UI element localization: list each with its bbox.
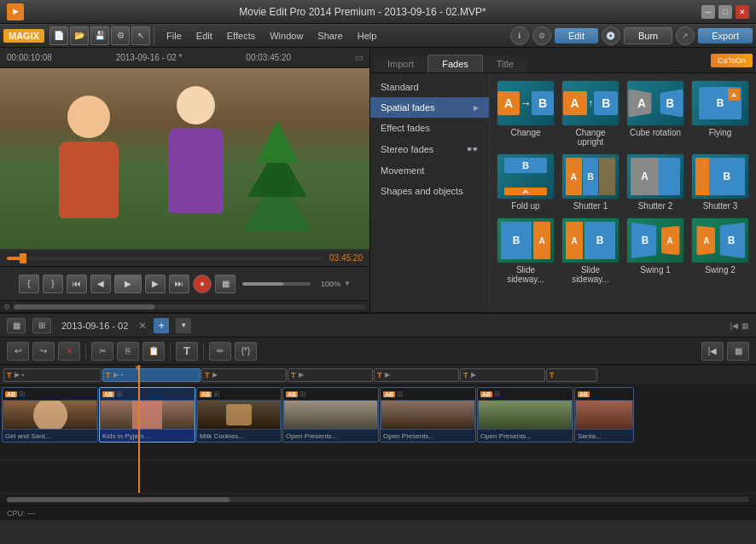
play-button[interactable]: ▶ — [114, 275, 142, 293]
effect-shutter2[interactable]: B A Shutter 2 — [626, 153, 684, 211]
effect-swing2[interactable]: A B Swing 2 — [691, 217, 749, 284]
tracks-container: T ▶ ▪ T ▶ ▪ T ▶ — [0, 365, 756, 460]
effect-slide-sideway1[interactable]: B A Slide sideway... — [497, 217, 555, 284]
prev-frame-button[interactable]: ◀ — [90, 275, 111, 293]
timeline-scrollbar[interactable] — [0, 493, 756, 505]
tab-fades[interactable]: Fades — [427, 55, 483, 72]
settings-circle-icon[interactable]: ⚙ — [532, 26, 551, 45]
effect-change-upright[interactable]: A ↑ B Change upright — [561, 80, 619, 147]
volume-control[interactable] — [242, 282, 311, 286]
menu-effects[interactable]: Effects — [220, 28, 262, 43]
effects-menu-shapes[interactable]: Shapes and objects — [370, 181, 489, 201]
effects-menu-effect[interactable]: Effect fades — [370, 118, 489, 138]
mark-in-button[interactable]: { — [19, 275, 39, 293]
tl-counter-btn[interactable]: ▦ — [727, 342, 749, 361]
title-clip-2[interactable]: T ▶ ▪ — [102, 368, 201, 382]
video-clip-4[interactable]: AB ⊞ Open Presents... — [282, 387, 379, 443]
cursor-icon[interactable]: ↖ — [131, 26, 150, 45]
title-clip-6[interactable]: T ▶ — [460, 368, 545, 382]
timeline-close-icon[interactable]: ✕ — [138, 320, 147, 332]
effect-fold-up[interactable]: B A Fold up — [497, 153, 555, 211]
effect-slide-sideway2-label: Slide sideway... — [561, 265, 619, 284]
timeline-tracks[interactable]: T ▶ ▪ T ▶ ▪ T ▶ — [0, 365, 756, 493]
tl-skip-start-btn[interactable]: |◀ — [701, 342, 724, 361]
video-clip-7[interactable]: AB Santa... — [574, 387, 634, 443]
preview-timeline-bar[interactable]: 03:45:20 — [0, 249, 369, 266]
mark-out-button[interactable]: } — [43, 275, 63, 293]
effects-menu-standard[interactable]: Standard — [370, 77, 489, 97]
title-clip-3[interactable]: T ▶ — [201, 368, 287, 382]
title-clip-1[interactable]: T ▶ ▪ — [3, 368, 102, 382]
export-button[interactable]: Export — [698, 28, 753, 43]
tab-title[interactable]: Title — [483, 55, 527, 72]
video-clip-2[interactable]: AB ⊞ Kids in Pyjam... — [99, 387, 195, 443]
text-button[interactable]: T — [176, 342, 198, 361]
next-frame-button[interactable]: ▶ — [145, 275, 166, 293]
settings-small-icon[interactable]: ⚙ — [3, 303, 10, 311]
save-icon[interactable]: 💾 — [90, 26, 109, 45]
open-icon[interactable]: 📂 — [70, 26, 89, 45]
video-clip-5[interactable]: AB ⊞ Open Presents... — [380, 387, 476, 443]
timeline-view-icon[interactable]: ▦ — [7, 318, 26, 333]
preview-maximize-icon[interactable]: ▭ — [355, 53, 363, 62]
effects-menu-movement[interactable]: Movement — [370, 160, 489, 181]
magix-logo: MAGIX — [3, 29, 44, 43]
more-controls-button[interactable]: ▦ — [215, 275, 236, 293]
video-clip-6[interactable]: AB ⊞ Open Presents... — [477, 387, 573, 443]
video-clip-1[interactable]: AB ⊞ Girl and Sant... — [2, 387, 98, 443]
menu-window[interactable]: Window — [263, 28, 310, 43]
tab-cartoon[interactable]: CaToOn — [711, 54, 753, 67]
step-forward-button[interactable]: ⏭ — [169, 275, 189, 293]
title-clip-4[interactable]: T ▶ — [288, 368, 373, 382]
cpu-status: CPU: — — [7, 509, 35, 518]
effect-fold-up-label: Fold up — [511, 201, 539, 211]
info-icon[interactable]: ℹ — [510, 26, 529, 45]
video-clip-3[interactable]: AB ⊞ Milk Cookies... — [196, 387, 282, 443]
effects-menu-stereo[interactable]: Stereo fades 👓 — [370, 138, 489, 160]
effect-slide-sideway2[interactable]: A B Slide sideway... — [561, 217, 619, 284]
effects-tabs: Import Fades Title CaToOn — [370, 48, 756, 73]
delete-button[interactable]: ✕ — [58, 342, 80, 361]
new-icon[interactable]: 📄 — [49, 26, 68, 45]
menu-help[interactable]: Help — [351, 28, 384, 43]
copy-button[interactable]: ⎘ — [117, 342, 139, 361]
effect-flying[interactable]: B A Flying — [691, 80, 749, 147]
export-logo-icon: ↗ — [676, 26, 695, 45]
timeline-storyboard-icon[interactable]: ⊞ — [32, 318, 51, 333]
step-back-button[interactable]: ⏮ — [67, 275, 87, 293]
brush-button[interactable]: ✏ — [209, 342, 231, 361]
effects-button[interactable]: {*} — [235, 342, 257, 361]
menu-edit[interactable]: Edit — [189, 28, 219, 43]
menu-file[interactable]: File — [160, 28, 189, 43]
status-bar: CPU: — — [0, 505, 756, 520]
settings-icon[interactable]: ⚙ — [111, 26, 130, 45]
maximize-button[interactable]: □ — [718, 5, 732, 19]
effect-change[interactable]: A → B Change — [497, 80, 555, 147]
timeline-skip-start-icon[interactable]: |◀ — [730, 321, 738, 330]
menu-share[interactable]: Share — [311, 28, 349, 43]
title-clip-5[interactable]: T ▶ — [374, 368, 459, 382]
tab-import[interactable]: Import — [374, 55, 427, 72]
timeline-settings-icon[interactable]: ▦ — [741, 321, 749, 330]
effect-shutter1[interactable]: A B Shutter 1 — [561, 153, 619, 211]
record-button[interactable]: ● — [193, 275, 212, 293]
edit-mode-button[interactable]: Edit — [555, 28, 598, 43]
minimize-button[interactable]: ─ — [701, 5, 715, 19]
timeline-dropdown-button[interactable]: ▼ — [176, 318, 191, 333]
cut-button[interactable]: ✂ — [91, 342, 113, 361]
close-button[interactable]: ✕ — [736, 5, 749, 19]
title-clip-7[interactable]: T — [546, 368, 597, 382]
paste-button[interactable]: 📋 — [142, 342, 165, 361]
timeline-header: ▦ ⊞ 2013-09-16 - 02 ✕ + ▼ |◀ ▦ — [0, 314, 756, 338]
effect-cube-rotation[interactable]: A B Cube rotation — [626, 80, 684, 147]
effect-swing1[interactable]: B A Swing 1 — [626, 217, 684, 284]
effect-slide-sideway1-label: Slide sideway... — [497, 265, 555, 284]
preview-controls: { } ⏮ ◀ ▶ ▶ ⏭ ● ▦ 100% ▼ — [0, 266, 369, 300]
effect-shutter3[interactable]: A B Shutter 3 — [691, 153, 749, 211]
preview-scrollbar[interactable]: ⚙ — [0, 300, 369, 312]
undo-button[interactable]: ↩ — [7, 342, 29, 361]
burn-button[interactable]: Burn — [624, 27, 672, 44]
timeline-add-button[interactable]: + — [154, 318, 169, 333]
redo-button[interactable]: ↪ — [32, 342, 55, 361]
effects-menu-spatial[interactable]: Spatial fades ▶ — [370, 97, 489, 118]
